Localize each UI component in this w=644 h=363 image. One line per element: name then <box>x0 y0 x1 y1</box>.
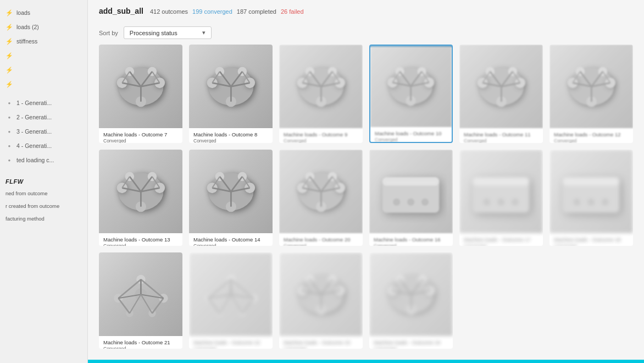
stat-outcomes: 412 outcomes <box>150 8 188 15</box>
outcome-name: Machine loads - Outcome 24 <box>374 339 448 345</box>
header: add_sub_all 412 outcomes 199 converged 1… <box>88 0 644 24</box>
sidebar-item-4[interactable]: ⚡ <box>0 48 87 63</box>
sidebar-item-workflow1[interactable]: ned from outcome <box>0 187 87 200</box>
outcome-name: Machine loads - Outcome 14 <box>193 237 268 243</box>
outcome-card-2[interactable]: Machine loads - Outcome 8 Converged <box>189 45 273 143</box>
svg-line-160 <box>242 298 254 313</box>
outcome-card-1[interactable]: Machine loads - Outcome 7 Converged <box>99 45 182 143</box>
outcome-name: Machine loads - Outcome 7 <box>103 131 178 138</box>
outcome-name: Machine loads - Outcome 11 <box>464 131 538 138</box>
chevron-down-icon: ▾ <box>202 29 206 36</box>
outcome-card-8[interactable]: Machine loads - Outcome 14 Converged <box>189 150 273 246</box>
outcome-image <box>189 150 273 233</box>
outcome-image <box>99 150 182 233</box>
header-stats: 412 outcomes 199 converged 187 completed… <box>150 8 304 15</box>
outcome-info: Machine loads - Outcome 12 Converged <box>549 128 633 143</box>
svg-point-121 <box>421 199 429 206</box>
outcome-image <box>279 150 363 233</box>
sidebar-item-loads[interactable]: ⚡ loads <box>0 6 87 20</box>
outcome-image <box>279 252 363 336</box>
bottom-bar <box>88 360 644 363</box>
outcome-info: Machine loads - Outcome 17 Converged <box>459 233 543 246</box>
outcome-image <box>459 150 543 233</box>
outcome-info: Machine loads - Outcome 14 Converged <box>189 233 273 246</box>
page-title: add_sub_all <box>99 7 143 15</box>
svg-rect-131 <box>567 181 616 184</box>
sidebar-item-stiffness[interactable]: ⚡ stiffness <box>0 34 87 48</box>
outcome-status: Converged <box>284 243 358 246</box>
outcome-status: Converged <box>193 243 268 246</box>
outcome-name: Machine loads - Outcome 17 <box>464 237 538 243</box>
dot-icon: ● <box>5 99 13 107</box>
outcome-card-7[interactable]: Machine loads - Outcome 13 Converged <box>99 150 182 246</box>
svg-line-148 <box>129 294 141 313</box>
outcome-info: Machine loads - Outcome 7 Converged <box>99 128 182 143</box>
dot-icon-2: ● <box>5 113 13 121</box>
outcome-card-11[interactable]: Machine loads - Outcome 17 Converged <box>459 150 543 246</box>
outcome-info: Machine loads - Outcome 22 Converged <box>189 336 273 349</box>
outcome-image <box>459 45 543 128</box>
svg-point-133 <box>602 199 609 206</box>
outcome-status: Converged <box>103 138 178 143</box>
outcome-status: Converged <box>375 137 447 142</box>
outcome-card-9[interactable]: Machine loads - Outcome 20 Converged <box>279 150 363 246</box>
svg-line-145 <box>152 298 164 313</box>
svg-line-149 <box>141 294 152 313</box>
outcome-status: Converged <box>374 346 448 349</box>
outcome-info: Machine loads - Outcome 13 Converged <box>99 233 182 246</box>
main-content: add_sub_all 412 outcomes 199 converged 1… <box>88 0 644 363</box>
outcome-card-13[interactable]: Machine loads - Outcome 21 Converged <box>99 252 182 349</box>
sidebar-item-gen3[interactable]: ● 3 - Generati... <box>0 124 87 139</box>
svg-line-163 <box>219 294 231 313</box>
sidebar-item-gen1[interactable]: ● 1 - Generati... <box>0 96 87 110</box>
outcome-info: Machine loads - Outcome 11 Converged <box>459 128 543 143</box>
outcome-status: Converged <box>284 138 358 143</box>
outcome-status: Converged <box>554 243 629 246</box>
sidebar-item-loads2[interactable]: ⚡ loads (2) <box>0 20 87 34</box>
outcome-image <box>370 46 452 127</box>
outcome-status: Converged <box>193 138 268 143</box>
outcome-card-15[interactable]: Machine loads - Outcome 23 Converged <box>279 252 363 349</box>
outcome-card-12[interactable]: Machine loads - Outcome 18 Converged <box>549 150 633 246</box>
sidebar-item-gen4[interactable]: ● 4 - Generati... <box>0 139 87 153</box>
lightning-icon-4: ⚡ <box>5 52 13 59</box>
svg-point-134 <box>588 199 595 206</box>
outcome-card-6[interactable]: Machine loads - Outcome 12 Converged <box>549 45 633 143</box>
outcome-image <box>369 150 453 233</box>
svg-point-126 <box>484 199 491 206</box>
sidebar-item-6[interactable]: ⚡ <box>0 77 87 91</box>
sidebar-item-gen2[interactable]: ● 2 - Generati... <box>0 110 87 124</box>
lightning-icon-3: ⚡ <box>5 37 13 45</box>
outcome-status: Converged <box>554 138 629 143</box>
sidebar-item-workflow2[interactable]: r created from outcome <box>0 200 87 212</box>
outcome-name: Machine loads - Outcome 20 <box>284 237 358 243</box>
sidebar-item-workflow3[interactable]: facturing method <box>0 212 87 225</box>
outcome-card-3[interactable]: Machine loads - Outcome 9 Converged <box>279 45 363 143</box>
stat-completed: 187 completed <box>237 8 276 15</box>
outcome-name: Machine loads - Outcome 18 <box>554 237 629 243</box>
outcome-image <box>189 45 273 128</box>
outcome-card-4[interactable]: Machine loads - Outcome 10 Converged <box>369 45 453 143</box>
sidebar-item-5[interactable]: ⚡ <box>0 63 87 77</box>
outcome-info: Machine loads - Outcome 20 Converged <box>279 233 363 246</box>
outcome-status: Converged <box>103 346 178 349</box>
outcome-name: Machine loads - Outcome 8 <box>193 131 268 138</box>
outcome-status: Converged <box>464 138 538 143</box>
outcome-image <box>369 252 453 336</box>
outcome-image <box>99 252 182 336</box>
svg-line-159 <box>208 298 220 313</box>
outcome-card-5[interactable]: Machine loads - Outcome 11 Converged <box>459 45 543 143</box>
outcome-card-14[interactable]: Machine loads - Outcome 22 Converged <box>189 252 273 349</box>
outcome-status: Converged <box>193 346 268 349</box>
outcome-card-10[interactable]: Machine loads - Outcome 16 Converged <box>369 150 453 246</box>
sidebar-item-loading[interactable]: ● ted loading c... <box>0 153 87 167</box>
sort-select[interactable]: Processing status ▾ <box>124 26 212 39</box>
workflow-label: flfw <box>5 178 24 185</box>
sidebar: ⚡ loads ⚡ loads (2) ⚡ stiffness ⚡ ⚡ ⚡ ● … <box>0 0 88 363</box>
outcome-info: Machine loads - Outcome 16 Converged <box>369 233 453 246</box>
svg-rect-119 <box>386 181 436 184</box>
workflow-section: flfw <box>0 172 87 187</box>
svg-line-164 <box>231 294 242 313</box>
outcome-card-16[interactable]: Machine loads - Outcome 24 Converged <box>369 252 453 349</box>
svg-point-120 <box>393 199 401 206</box>
